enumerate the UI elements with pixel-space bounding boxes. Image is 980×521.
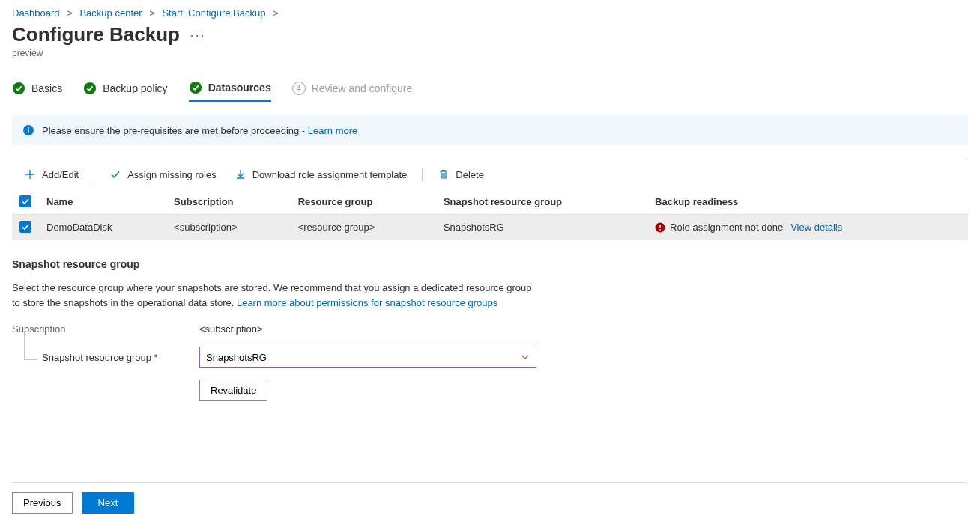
info-banner: Please ensure the pre-requisites are met… [12, 115, 968, 145]
chevron-right-icon: > [67, 7, 73, 19]
wizard-steps: Basics Backup policy Datasources 4 Revie… [12, 81, 968, 102]
trash-icon [438, 168, 450, 180]
datasources-table: Name Subscription Resource group Snapsho… [12, 189, 968, 240]
svg-rect-8 [659, 229, 660, 230]
download-icon [235, 168, 246, 180]
more-actions-icon[interactable]: ··· [190, 28, 206, 43]
button-label: Download role assignment template [252, 169, 408, 180]
banner-text: Please ensure the pre-requisites are met… [42, 125, 357, 136]
page-title: Configure Backup [12, 23, 180, 46]
svg-rect-4 [28, 130, 29, 133]
info-icon [22, 124, 34, 136]
wizard-footer: Previous Next [12, 482, 968, 514]
row-checkbox[interactable] [19, 221, 31, 233]
cell-snapshot-rg: SnapshotsRG [436, 215, 647, 240]
step-label: Backup policy [103, 82, 167, 94]
col-backup-readiness[interactable]: Backup readiness [647, 189, 968, 215]
col-name[interactable]: Name [39, 189, 166, 215]
download-template-button[interactable]: Download role assignment template [226, 164, 417, 185]
button-label: Delete [456, 169, 484, 180]
svg-rect-5 [28, 127, 29, 129]
step-basics[interactable]: Basics [12, 81, 62, 102]
snapshot-permissions-link[interactable]: Learn more about permissions for snapsho… [237, 297, 497, 308]
cell-name: DemoDataDisk [39, 215, 166, 240]
breadcrumb-link[interactable]: Dashboard [12, 7, 60, 19]
check-circle-icon [83, 82, 97, 95]
check-circle-icon [189, 81, 202, 94]
add-edit-button[interactable]: Add/Edit [15, 164, 88, 185]
banner-learn-more-link[interactable]: Learn more [308, 125, 357, 136]
snapshot-rg-select[interactable]: SnapshotsRG [199, 347, 536, 368]
select-all-checkbox[interactable] [19, 195, 31, 207]
step-backup-policy[interactable]: Backup policy [83, 81, 167, 102]
readiness-status: Role assignment not done View details [655, 222, 961, 233]
step-review: 4 Review and configure [292, 81, 413, 102]
subscription-label: Subscription [12, 323, 199, 335]
toolbar-separator [94, 168, 94, 181]
button-label: Add/Edit [42, 169, 79, 180]
col-resource-group[interactable]: Resource group [291, 189, 436, 215]
table-toolbar: Add/Edit Assign missing roles Download r… [12, 159, 968, 189]
banner-message: Please ensure the pre-requisites are met… [42, 125, 308, 136]
delete-button[interactable]: Delete [429, 164, 493, 185]
snapshot-rg-select-input[interactable]: SnapshotsRG [199, 347, 536, 368]
assign-roles-button[interactable]: Assign missing roles [100, 164, 226, 185]
breadcrumb: Dashboard > Backup center > Start: Confi… [12, 7, 968, 19]
button-label: Assign missing roles [127, 169, 217, 180]
cell-subscription: <subscription> [166, 215, 291, 240]
breadcrumb-link[interactable]: Backup center [79, 7, 142, 19]
step-datasources[interactable]: Datasources [189, 81, 271, 102]
step-label: Basics [31, 82, 62, 94]
svg-point-0 [13, 82, 25, 94]
plus-icon [24, 168, 36, 180]
svg-point-2 [190, 82, 202, 94]
chevron-right-icon: > [273, 7, 279, 19]
checkmark-icon [109, 168, 121, 180]
page-subtitle: preview [12, 48, 968, 58]
snapshot-section-desc: Select the resource group where your sna… [12, 281, 536, 310]
step-label: Review and configure [312, 82, 413, 94]
check-circle-icon [12, 82, 25, 95]
snapshot-section-title: Snapshot resource group [12, 258, 968, 270]
readiness-text: Role assignment not done [670, 222, 783, 233]
step-label: Datasources [208, 82, 271, 94]
svg-rect-7 [659, 225, 660, 228]
chevron-right-icon: > [149, 7, 155, 19]
revalidate-button[interactable]: Revalidate [199, 380, 267, 401]
step-number-icon: 4 [292, 82, 306, 95]
col-subscription[interactable]: Subscription [166, 189, 291, 215]
toolbar-separator [422, 168, 423, 181]
view-details-link[interactable]: View details [790, 222, 842, 233]
next-button[interactable]: Next [82, 492, 135, 514]
snapshot-rg-label: Snapshot resource group [42, 352, 158, 363]
subscription-value: <subscription> [199, 323, 263, 335]
svg-point-1 [84, 82, 96, 94]
breadcrumb-link[interactable]: Start: Configure Backup [162, 7, 265, 19]
cell-resource-group: <resource group> [291, 215, 436, 240]
col-snapshot-rg[interactable]: Snapshot resource group [436, 189, 647, 215]
table-row[interactable]: DemoDataDisk <subscription> <resource gr… [12, 215, 968, 240]
error-icon [655, 222, 665, 233]
previous-button[interactable]: Previous [12, 492, 73, 514]
